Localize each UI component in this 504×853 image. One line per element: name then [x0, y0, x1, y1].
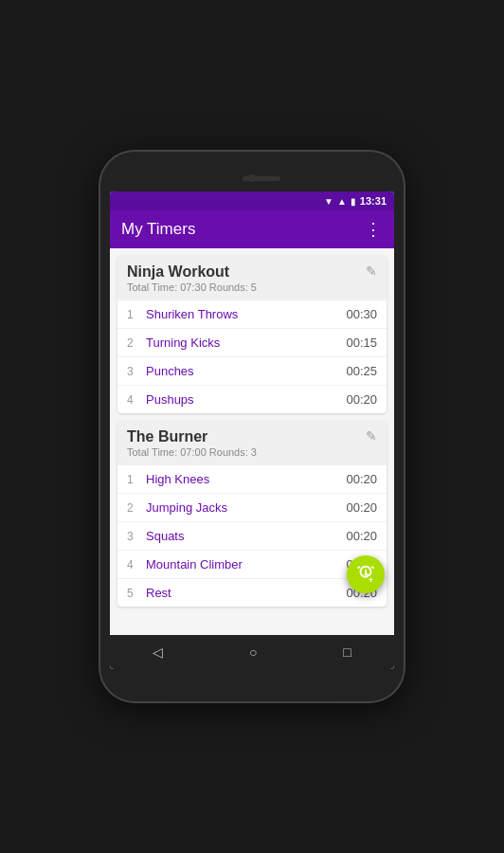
- exercise-number: 4: [127, 558, 140, 572]
- recent-button[interactable]: □: [343, 644, 351, 660]
- exercise-number: 2: [127, 501, 140, 515]
- status-bar: ▼ ▲ ▮ 13:31: [110, 191, 394, 210]
- list-item[interactable]: 5Rest00:20: [117, 579, 387, 607]
- exercise-name: Punches: [146, 364, 346, 378]
- add-timer-fab[interactable]: +: [347, 555, 385, 593]
- exercise-name: Shuriken Throws: [146, 307, 346, 321]
- phone-bottom-bar: [110, 669, 394, 684]
- edit-button-ninja[interactable]: ✎: [366, 263, 377, 279]
- exercise-name: Mountain Climber: [146, 557, 346, 572]
- exercise-name: Rest: [146, 586, 346, 600]
- exercise-time: 00:20: [346, 392, 377, 407]
- list-item[interactable]: 3Squats00:20: [117, 522, 387, 551]
- home-button[interactable]: ○: [249, 644, 257, 660]
- timer-card-the-burner: The Burner Total Time: 07:00 Rounds: 3 ✎…: [117, 421, 387, 607]
- exercise-list-ninja: 1Shuriken Throws00:302Turning Kicks00:15…: [117, 300, 387, 413]
- wifi-icon: ▲: [337, 196, 347, 207]
- card-header-burner: The Burner Total Time: 07:00 Rounds: 3 ✎: [117, 421, 387, 465]
- exercise-time: 00:20: [346, 529, 377, 543]
- list-item[interactable]: 2Turning Kicks00:15: [117, 329, 387, 357]
- exercise-number: 5: [127, 587, 140, 600]
- exercise-name: Jumping Jacks: [146, 500, 346, 515]
- more-menu-button[interactable]: ⋮: [365, 219, 383, 240]
- battery-icon: ▮: [351, 196, 356, 207]
- content-area: Ninja Workout Total Time: 07:30 Rounds: …: [110, 248, 394, 635]
- list-item[interactable]: 2Jumping Jacks00:20: [117, 494, 387, 522]
- edit-button-burner[interactable]: ✎: [366, 428, 377, 444]
- phone-device: ▼ ▲ ▮ 13:31 My Timers ⋮ Ninja Workout To…: [100, 152, 404, 701]
- exercise-list-burner: 1High Knees00:202Jumping Jacks00:203Squa…: [117, 465, 387, 607]
- back-button[interactable]: ◁: [153, 644, 163, 660]
- phone-camera: [248, 174, 256, 182]
- exercise-number: 1: [127, 308, 140, 321]
- exercise-number: 1: [127, 473, 140, 486]
- list-item[interactable]: 1High Knees00:20: [117, 465, 387, 494]
- timer-card-ninja-workout: Ninja Workout Total Time: 07:30 Rounds: …: [117, 256, 387, 413]
- phone-screen: ▼ ▲ ▮ 13:31 My Timers ⋮ Ninja Workout To…: [110, 191, 394, 669]
- exercise-name: Pushups: [146, 392, 346, 407]
- exercise-number: 2: [127, 336, 140, 350]
- app-title: My Timers: [121, 220, 195, 239]
- list-item[interactable]: 4Pushups00:20: [117, 386, 387, 413]
- status-icons: ▼ ▲ ▮ 13:31: [324, 195, 387, 207]
- exercise-name: Squats: [146, 529, 346, 543]
- exercise-time: 00:20: [346, 472, 377, 486]
- card-title-ninja: Ninja Workout: [127, 263, 257, 281]
- exercise-time: 00:25: [346, 364, 377, 378]
- exercise-name: Turning Kicks: [146, 336, 346, 350]
- app-bar: My Timers ⋮: [110, 210, 394, 248]
- card-title-burner: The Burner: [127, 428, 257, 445]
- exercise-name: High Knees: [146, 472, 346, 486]
- card-subtitle-burner: Total Time: 07:00 Rounds: 3: [127, 446, 257, 458]
- card-header-ninja: Ninja Workout Total Time: 07:30 Rounds: …: [117, 256, 387, 300]
- exercise-time: 00:30: [346, 307, 377, 321]
- list-item[interactable]: 1Shuriken Throws00:30: [117, 300, 387, 329]
- exercise-number: 4: [127, 393, 140, 407]
- phone-top-bar: [110, 169, 394, 188]
- bottom-nav: ◁ ○ □: [110, 635, 394, 669]
- exercise-number: 3: [127, 530, 140, 543]
- signal-icon: ▼: [324, 196, 333, 207]
- exercise-time: 00:20: [346, 500, 377, 515]
- card-header-text: Ninja Workout Total Time: 07:30 Rounds: …: [127, 263, 257, 293]
- card-header-text-burner: The Burner Total Time: 07:00 Rounds: 3: [127, 428, 257, 458]
- exercise-time: 00:15: [346, 336, 377, 350]
- status-time: 13:31: [360, 195, 387, 207]
- add-timer-icon: +: [355, 564, 376, 585]
- svg-text:+: +: [369, 576, 373, 585]
- card-subtitle-ninja: Total Time: 07:30 Rounds: 5: [127, 281, 257, 293]
- exercise-number: 3: [127, 365, 140, 378]
- list-item[interactable]: 3Punches00:25: [117, 357, 387, 386]
